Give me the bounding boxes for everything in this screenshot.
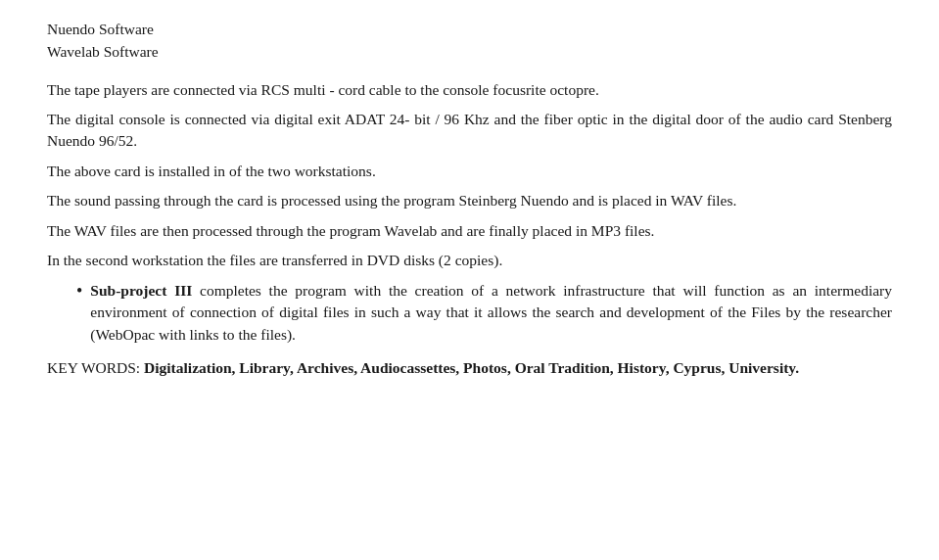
header-line1: Nuendo Software — [47, 18, 892, 40]
paragraph-1: The tape players are connected via RCS m… — [47, 79, 892, 101]
header-line2: Wavelab Software — [47, 40, 892, 63]
bullet-content: Sub-project III completes the program wi… — [90, 280, 892, 346]
bullet-rest: completes the program with the creation … — [90, 282, 892, 343]
bullet-bold: Sub-project III — [90, 282, 192, 299]
header-section: Nuendo Software Wavelab Software — [47, 18, 892, 64]
paragraph-5: The WAV files are then processed through… — [47, 220, 892, 242]
keywords-bold: Digitalization, Library, Archives, Audio… — [144, 359, 799, 376]
paragraph-3: The above card is installed in of the tw… — [47, 161, 892, 182]
bullet-section: • Sub-project III completes the program … — [76, 280, 892, 346]
keywords-label: KEY WORDS: — [47, 359, 144, 376]
bullet-item: • Sub-project III completes the program … — [76, 280, 892, 346]
paragraph-4: The sound passing through the card is pr… — [47, 190, 892, 211]
keywords-section: KEY WORDS: Digitalization, Library, Arch… — [47, 357, 892, 379]
bullet-dot: • — [76, 280, 82, 346]
paragraph-2: The digital console is connected via dig… — [47, 109, 892, 153]
paragraph-6: In the second workstation the files are … — [47, 250, 892, 271]
